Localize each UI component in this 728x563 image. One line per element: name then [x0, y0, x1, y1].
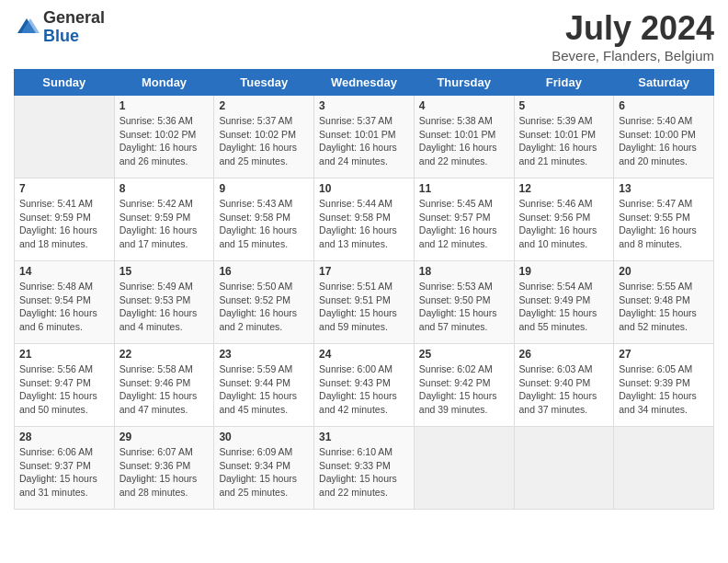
calendar-cell: 29Sunrise: 6:07 AMSunset: 9:36 PMDayligh… — [114, 427, 214, 510]
calendar-week-row: 7Sunrise: 5:41 AMSunset: 9:59 PMDaylight… — [15, 178, 714, 261]
cell-content: Sunrise: 5:56 AMSunset: 9:47 PMDaylight:… — [19, 362, 109, 417]
day-number: 28 — [19, 431, 109, 443]
logo-icon — [14, 15, 40, 40]
cell-content: Sunrise: 5:37 AMSunset: 10:02 PMDaylight… — [219, 114, 309, 168]
cell-content: Sunrise: 5:55 AMSunset: 9:48 PMDaylight:… — [619, 280, 709, 334]
cell-content: Sunrise: 5:54 AMSunset: 9:49 PMDaylight:… — [519, 280, 609, 334]
calendar-cell: 25Sunrise: 6:02 AMSunset: 9:42 PMDayligh… — [414, 344, 514, 427]
calendar-cell: 30Sunrise: 6:09 AMSunset: 9:34 PMDayligh… — [214, 427, 314, 510]
calendar-header-row: SundayMondayTuesdayWednesdayThursdayFrid… — [15, 70, 714, 96]
cell-content: Sunrise: 5:46 AMSunset: 9:56 PMDaylight:… — [519, 197, 609, 251]
day-number: 16 — [219, 265, 309, 278]
calendar-cell: 22Sunrise: 5:58 AMSunset: 9:46 PMDayligh… — [114, 344, 214, 427]
calendar-cell: 19Sunrise: 5:54 AMSunset: 9:49 PMDayligh… — [514, 261, 614, 344]
cell-content: Sunrise: 6:06 AMSunset: 9:37 PMDaylight:… — [19, 445, 109, 500]
day-header-tuesday: Tuesday — [214, 70, 314, 96]
cell-content: Sunrise: 6:10 AMSunset: 9:33 PMDaylight:… — [319, 445, 409, 500]
calendar-cell: 1Sunrise: 5:36 AMSunset: 10:02 PMDayligh… — [114, 96, 214, 178]
cell-content: Sunrise: 5:41 AMSunset: 9:59 PMDaylight:… — [19, 197, 109, 251]
cell-content: Sunrise: 5:38 AMSunset: 10:01 PMDaylight… — [419, 114, 509, 168]
calendar-week-row: 21Sunrise: 5:56 AMSunset: 9:47 PMDayligh… — [15, 344, 714, 427]
day-number: 20 — [619, 265, 709, 278]
day-number: 1 — [119, 99, 210, 112]
day-number: 31 — [319, 431, 409, 443]
cell-content: Sunrise: 5:45 AMSunset: 9:57 PMDaylight:… — [419, 197, 509, 251]
day-number: 26 — [519, 348, 609, 361]
calendar-cell: 2Sunrise: 5:37 AMSunset: 10:02 PMDayligh… — [214, 96, 314, 178]
day-number: 5 — [519, 99, 609, 112]
cell-content: Sunrise: 6:00 AMSunset: 9:43 PMDaylight:… — [319, 362, 409, 417]
calendar-cell: 12Sunrise: 5:46 AMSunset: 9:56 PMDayligh… — [514, 178, 614, 261]
cell-content: Sunrise: 5:48 AMSunset: 9:54 PMDaylight:… — [19, 280, 109, 334]
day-header-thursday: Thursday — [414, 70, 514, 96]
cell-content: Sunrise: 5:58 AMSunset: 9:46 PMDaylight:… — [119, 362, 210, 417]
location: Bevere, Flanders, Belgium — [552, 48, 714, 63]
day-header-wednesday: Wednesday — [314, 70, 415, 96]
day-number: 22 — [119, 348, 210, 361]
title-block: July 2024 Bevere, Flanders, Belgium — [552, 9, 714, 63]
calendar-cell: 4Sunrise: 5:38 AMSunset: 10:01 PMDayligh… — [414, 96, 514, 178]
cell-content: Sunrise: 5:51 AMSunset: 9:51 PMDaylight:… — [319, 280, 409, 334]
calendar-cell — [514, 427, 614, 510]
day-header-monday: Monday — [114, 70, 214, 96]
day-number: 15 — [119, 265, 210, 278]
logo-blue: Blue — [43, 28, 105, 46]
calendar-cell: 6Sunrise: 5:40 AMSunset: 10:00 PMDayligh… — [614, 96, 714, 178]
calendar-cell: 15Sunrise: 5:49 AMSunset: 9:53 PMDayligh… — [114, 261, 214, 344]
calendar-cell: 5Sunrise: 5:39 AMSunset: 10:01 PMDayligh… — [514, 96, 614, 178]
day-header-friday: Friday — [514, 70, 614, 96]
calendar-cell: 14Sunrise: 5:48 AMSunset: 9:54 PMDayligh… — [15, 261, 115, 344]
day-number: 4 — [419, 99, 509, 112]
calendar-week-row: 28Sunrise: 6:06 AMSunset: 9:37 PMDayligh… — [15, 427, 714, 510]
calendar-cell — [414, 427, 514, 510]
cell-content: Sunrise: 5:39 AMSunset: 10:01 PMDaylight… — [519, 114, 609, 168]
day-header-saturday: Saturday — [614, 70, 714, 96]
calendar-cell — [15, 96, 115, 178]
day-number: 25 — [419, 348, 509, 361]
cell-content: Sunrise: 5:49 AMSunset: 9:53 PMDaylight:… — [119, 280, 210, 334]
month-title: July 2024 — [552, 9, 714, 48]
logo: General Blue — [14, 9, 105, 46]
calendar-cell: 20Sunrise: 5:55 AMSunset: 9:48 PMDayligh… — [614, 261, 714, 344]
day-number: 19 — [519, 265, 609, 278]
cell-content: Sunrise: 5:53 AMSunset: 9:50 PMDaylight:… — [419, 280, 509, 334]
day-number: 18 — [419, 265, 509, 278]
day-number: 11 — [419, 182, 509, 195]
cell-content: Sunrise: 6:02 AMSunset: 9:42 PMDaylight:… — [419, 362, 509, 417]
day-number: 21 — [19, 348, 109, 361]
calendar-cell: 8Sunrise: 5:42 AMSunset: 9:59 PMDaylight… — [114, 178, 214, 261]
day-number: 10 — [319, 182, 409, 195]
day-number: 7 — [19, 182, 109, 195]
calendar-cell: 9Sunrise: 5:43 AMSunset: 9:58 PMDaylight… — [214, 178, 314, 261]
cell-content: Sunrise: 5:37 AMSunset: 10:01 PMDaylight… — [319, 114, 409, 168]
day-number: 6 — [619, 99, 709, 112]
day-number: 29 — [119, 431, 210, 443]
day-number: 24 — [319, 348, 409, 361]
day-number: 13 — [619, 182, 709, 195]
cell-content: Sunrise: 5:59 AMSunset: 9:44 PMDaylight:… — [219, 362, 309, 417]
calendar-cell: 24Sunrise: 6:00 AMSunset: 9:43 PMDayligh… — [314, 344, 415, 427]
cell-content: Sunrise: 5:40 AMSunset: 10:00 PMDaylight… — [619, 114, 709, 168]
calendar-table: SundayMondayTuesdayWednesdayThursdayFrid… — [14, 69, 714, 510]
calendar-cell: 23Sunrise: 5:59 AMSunset: 9:44 PMDayligh… — [214, 344, 314, 427]
calendar-cell: 17Sunrise: 5:51 AMSunset: 9:51 PMDayligh… — [314, 261, 415, 344]
cell-content: Sunrise: 5:44 AMSunset: 9:58 PMDaylight:… — [319, 197, 409, 251]
logo-text: General Blue — [43, 9, 105, 46]
calendar-cell: 10Sunrise: 5:44 AMSunset: 9:58 PMDayligh… — [314, 178, 415, 261]
cell-content: Sunrise: 6:07 AMSunset: 9:36 PMDaylight:… — [119, 445, 210, 500]
calendar-week-row: 14Sunrise: 5:48 AMSunset: 9:54 PMDayligh… — [15, 261, 714, 344]
calendar-week-row: 1Sunrise: 5:36 AMSunset: 10:02 PMDayligh… — [15, 96, 714, 178]
day-number: 14 — [19, 265, 109, 278]
cell-content: Sunrise: 5:50 AMSunset: 9:52 PMDaylight:… — [219, 280, 309, 334]
day-number: 2 — [219, 99, 309, 112]
cell-content: Sunrise: 5:47 AMSunset: 9:55 PMDaylight:… — [619, 197, 709, 251]
day-number: 27 — [619, 348, 709, 361]
calendar-cell: 26Sunrise: 6:03 AMSunset: 9:40 PMDayligh… — [514, 344, 614, 427]
page-header: General Blue July 2024 Bevere, Flanders,… — [14, 9, 714, 63]
calendar-cell: 18Sunrise: 5:53 AMSunset: 9:50 PMDayligh… — [414, 261, 514, 344]
day-number: 3 — [319, 99, 409, 112]
calendar-cell — [614, 427, 714, 510]
day-number: 8 — [119, 182, 210, 195]
logo-general: General — [43, 9, 105, 28]
day-header-sunday: Sunday — [15, 70, 115, 96]
